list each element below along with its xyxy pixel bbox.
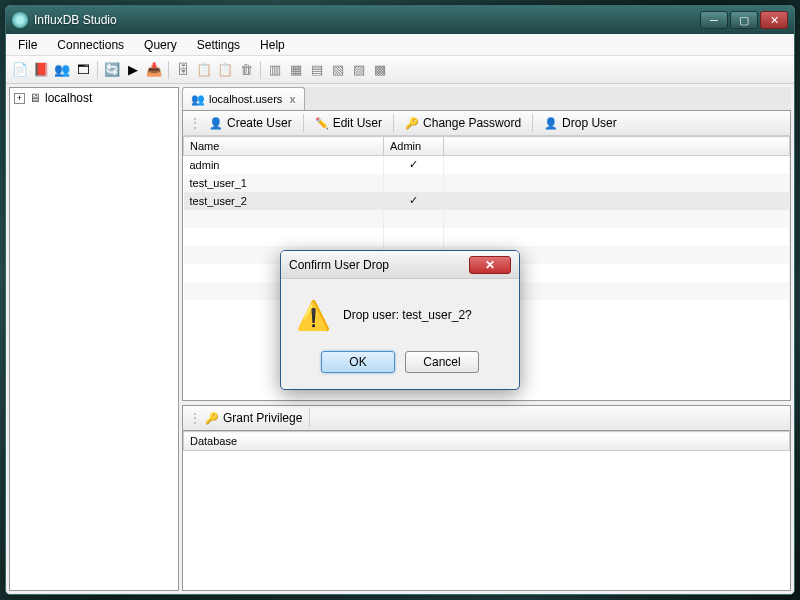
dialog-overlay: Confirm User Drop ✕ ⚠️ Drop user: test_u…	[0, 0, 800, 600]
dialog-title-text: Confirm User Drop	[289, 258, 469, 272]
dialog-buttons: OK Cancel	[281, 351, 519, 389]
cancel-button[interactable]: Cancel	[405, 351, 479, 373]
confirm-dialog: Confirm User Drop ✕ ⚠️ Drop user: test_u…	[280, 250, 520, 390]
dialog-body: ⚠️ Drop user: test_user_2?	[281, 279, 519, 351]
dialog-message: Drop user: test_user_2?	[343, 308, 472, 322]
ok-button[interactable]: OK	[321, 351, 395, 373]
dialog-close-button[interactable]: ✕	[469, 256, 511, 274]
warning-icon: ⚠️	[297, 299, 329, 331]
dialog-titlebar: Confirm User Drop ✕	[281, 251, 519, 279]
